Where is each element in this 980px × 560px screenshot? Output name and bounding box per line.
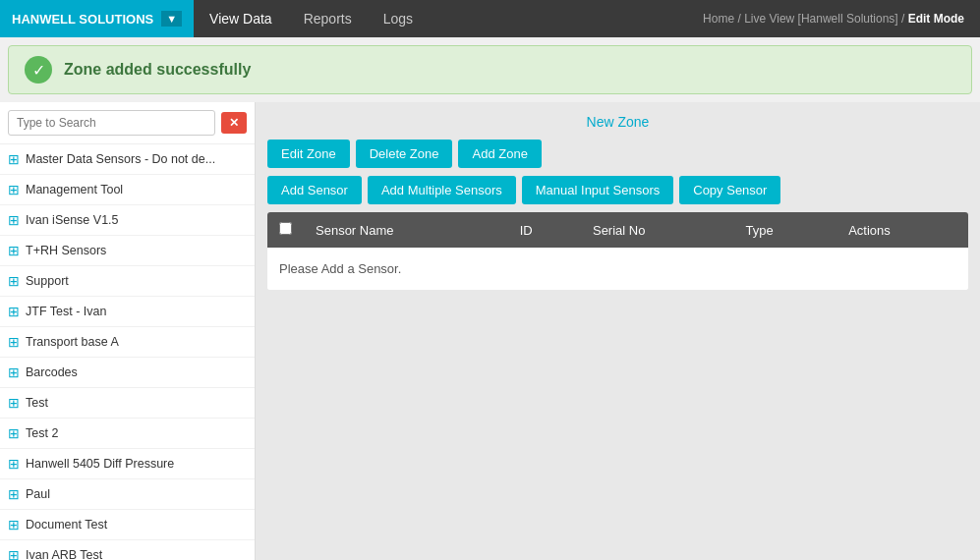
nav-links: View Data Reports Logs — [194, 0, 429, 37]
sidebar-item-label: Hanwell 5405 Diff Pressure — [26, 457, 174, 471]
zone-button-row: Edit Zone Delete Zone Add Zone — [267, 140, 968, 168]
add-multiple-sensors-button[interactable]: Add Multiple Sensors — [368, 176, 516, 204]
sidebar-item[interactable]: ⊞Support — [0, 266, 255, 297]
sidebar-item-label: Master Data Sensors - Do not de... — [26, 152, 215, 166]
copy-sensor-button[interactable]: Copy Sensor — [679, 176, 780, 204]
col-type: Type — [733, 212, 836, 248]
breadcrumb: Home / Live View [Hanwell Solutions] / E… — [703, 12, 980, 26]
add-zone-button[interactable]: Add Zone — [458, 140, 541, 168]
sidebar-item-label: Management Tool — [26, 183, 123, 196]
col-id: ID — [508, 212, 581, 248]
grid-icon: ⊞ — [8, 364, 20, 380]
sidebar-item-label: Ivan ARB Test — [26, 548, 102, 560]
col-sensor-name: Sensor Name — [304, 212, 508, 248]
sidebar-item[interactable]: ⊞Ivan iSense V1.5 — [0, 205, 255, 236]
table-body: Please Add a Sensor. — [267, 248, 968, 290]
sidebar-item-label: Document Test — [26, 518, 107, 532]
sidebar-item-label: Support — [26, 274, 69, 288]
sidebar-item-label: Test — [26, 396, 48, 410]
sidebar-item-label: Test 2 — [26, 426, 58, 440]
sidebar-item-label: T+RH Sensors — [26, 244, 106, 257]
top-navigation: HANWELL SOLUTIONS ▼ View Data Reports Lo… — [0, 0, 980, 37]
sidebar-item[interactable]: ⊞Ivan ARB Test — [0, 540, 255, 560]
grid-icon: ⊞ — [8, 151, 20, 167]
sidebar-item[interactable]: ⊞Test 2 — [0, 419, 255, 449]
dropdown-arrow-icon: ▼ — [161, 11, 182, 27]
sensor-button-row: Add Sensor Add Multiple Sensors Manual I… — [267, 176, 968, 204]
nav-reports[interactable]: Reports — [288, 0, 368, 37]
brand-name: HANWELL SOLUTIONS — [12, 12, 153, 27]
sidebar-item-label: Ivan iSense V1.5 — [26, 213, 119, 227]
breadcrumb-home[interactable]: Home — [703, 12, 734, 26]
grid-icon: ⊞ — [8, 547, 20, 560]
sidebar-item[interactable]: ⊞Transport base A — [0, 327, 255, 358]
sidebar-item-label: Transport base A — [26, 335, 119, 349]
grid-icon: ⊞ — [8, 273, 20, 289]
edit-zone-button[interactable]: Edit Zone — [267, 140, 350, 168]
sidebar-item-label: JTF Test - Ivan — [26, 305, 106, 318]
search-area: ✕ — [0, 102, 255, 144]
sidebar-item[interactable]: ⊞Barcodes — [0, 358, 255, 388]
content-area: New Zone Edit Zone Delete Zone Add Zone … — [256, 102, 980, 560]
select-all-checkbox[interactable] — [279, 222, 292, 235]
sidebar-item-label: Barcodes — [26, 365, 78, 379]
col-checkbox — [267, 212, 304, 248]
sidebar-item[interactable]: ⊞Test — [0, 388, 255, 419]
sidebar-item[interactable]: ⊞Paul — [0, 479, 255, 510]
grid-icon: ⊞ — [8, 243, 20, 258]
grid-icon: ⊞ — [8, 456, 20, 472]
manual-input-sensors-button[interactable]: Manual Input Sensors — [522, 176, 673, 204]
success-icon: ✓ — [25, 56, 52, 84]
clear-search-button[interactable]: ✕ — [221, 112, 247, 134]
grid-icon: ⊞ — [8, 517, 20, 532]
sidebar-item[interactable]: ⊞T+RH Sensors — [0, 236, 255, 266]
sidebar-item[interactable]: ⊞Management Tool — [0, 175, 255, 205]
grid-icon: ⊞ — [8, 334, 20, 350]
nav-view-data[interactable]: View Data — [194, 0, 288, 37]
breadcrumb-live-view[interactable]: Live View [Hanwell Solutions] — [744, 12, 898, 26]
sidebar: ✕ ⊞Master Data Sensors - Do not de...⊞Ma… — [0, 102, 256, 560]
main-layout: ✕ ⊞Master Data Sensors - Do not de...⊞Ma… — [0, 102, 980, 560]
zone-title: New Zone — [267, 114, 968, 130]
col-actions: Actions — [836, 212, 968, 248]
add-sensor-button[interactable]: Add Sensor — [267, 176, 362, 204]
sidebar-item-label: Paul — [26, 487, 50, 501]
col-serial-no: Serial No — [581, 212, 733, 248]
search-input[interactable] — [8, 110, 215, 136]
sidebar-item[interactable]: ⊞Document Test — [0, 510, 255, 540]
empty-row: Please Add a Sensor. — [267, 248, 968, 290]
nav-logs[interactable]: Logs — [368, 0, 429, 37]
success-banner: ✓ Zone added successfully — [8, 45, 972, 94]
sidebar-item[interactable]: ⊞Hanwell 5405 Diff Pressure — [0, 449, 255, 479]
grid-icon: ⊞ — [8, 395, 20, 411]
grid-icon: ⊞ — [8, 425, 20, 441]
grid-icon: ⊞ — [8, 182, 20, 197]
grid-icon: ⊞ — [8, 304, 20, 319]
breadcrumb-edit-mode: Edit Mode — [908, 12, 964, 26]
sidebar-item[interactable]: ⊞JTF Test - Ivan — [0, 297, 255, 327]
empty-message: Please Add a Sensor. — [267, 248, 968, 290]
grid-icon: ⊞ — [8, 486, 20, 502]
table-header-row: Sensor Name ID Serial No Type Actions — [267, 212, 968, 248]
table-header: Sensor Name ID Serial No Type Actions — [267, 212, 968, 248]
brand-button[interactable]: HANWELL SOLUTIONS ▼ — [0, 0, 194, 37]
sidebar-list: ⊞Master Data Sensors - Do not de...⊞Mana… — [0, 144, 255, 560]
sensor-table: Sensor Name ID Serial No Type Actions Pl… — [267, 212, 968, 290]
grid-icon: ⊞ — [8, 212, 20, 228]
delete-zone-button[interactable]: Delete Zone — [356, 140, 453, 168]
sidebar-item[interactable]: ⊞Master Data Sensors - Do not de... — [0, 144, 255, 175]
success-message: Zone added successfully — [64, 61, 251, 79]
